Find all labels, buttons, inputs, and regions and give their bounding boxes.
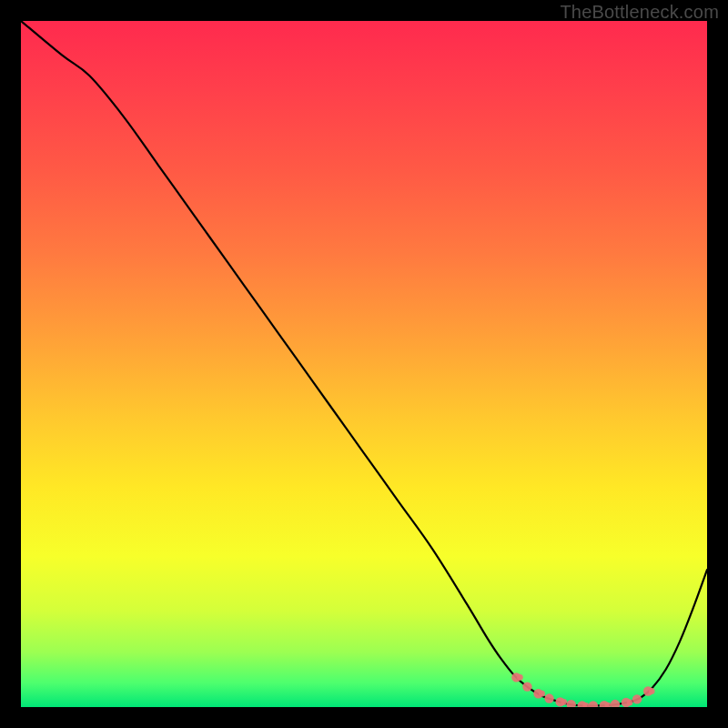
svg-point-18 <box>632 694 642 703</box>
svg-point-3 <box>522 682 531 691</box>
svg-point-6 <box>544 693 553 703</box>
svg-point-15 <box>611 700 620 707</box>
curve-layer <box>21 21 707 707</box>
watermark: TheBottleneck.com <box>560 2 719 23</box>
svg-point-20 <box>649 688 655 694</box>
svg-point-12 <box>589 701 598 707</box>
svg-point-5 <box>539 691 545 697</box>
plot-area <box>21 21 707 707</box>
svg-point-2 <box>517 674 523 681</box>
svg-point-9 <box>567 700 576 707</box>
chart-canvas: TheBottleneck.com <box>0 0 728 728</box>
bottleneck-curve <box>21 21 707 706</box>
svg-point-17 <box>627 700 633 706</box>
svg-point-8 <box>561 699 567 705</box>
